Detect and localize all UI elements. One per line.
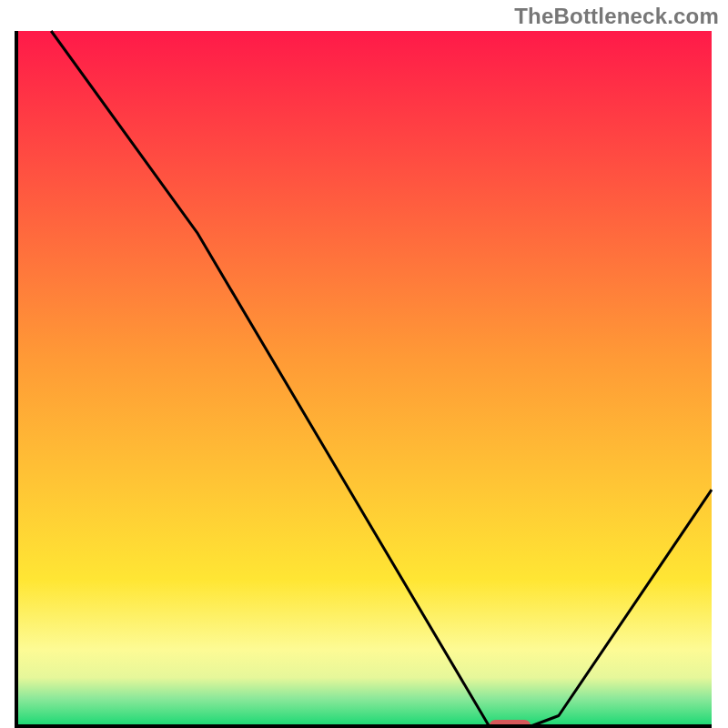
watermark-text: TheBottleneck.com xyxy=(514,4,719,29)
gradient-background xyxy=(16,31,712,726)
bottleneck-chart xyxy=(15,29,713,728)
chart-frame: TheBottleneck.com xyxy=(0,0,728,728)
